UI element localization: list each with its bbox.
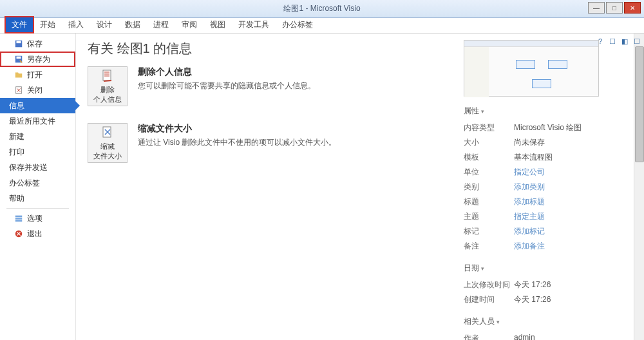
sidebar-label: 退出 xyxy=(27,229,43,240)
document-shred-icon xyxy=(100,69,115,84)
tab-file[interactable]: 文件 xyxy=(5,17,33,33)
open-icon xyxy=(14,70,23,79)
people-header: 相关人员 xyxy=(464,316,631,327)
prop-title: 标题添加标题 xyxy=(464,194,631,209)
sidebar-label: 信息 xyxy=(9,100,24,111)
close-button[interactable]: ✕ xyxy=(624,2,641,14)
content-area: 有关 绘图1 的信息 删除 个人信息 删除个人信息 您可以删除可能不需要共享的隐… xyxy=(76,33,644,340)
ribbon-tabs: 文件 开始 插入 设计 数据 进程 审阅 视图 开发工具 办公标签 ? ☐ ◧ … xyxy=(0,18,644,33)
save-as-icon xyxy=(14,55,23,64)
reduce-file-size-button[interactable]: 缩减 文件大小 xyxy=(88,123,128,163)
sidebar-label: 办公标签 xyxy=(9,178,40,189)
sidebar-item-save-send[interactable]: 保存并发送 xyxy=(0,160,75,175)
tab-data[interactable]: 数据 xyxy=(118,17,147,33)
sidebar-item-help[interactable]: 帮助 xyxy=(0,191,75,206)
svg-rect-3 xyxy=(17,57,21,59)
sidebar-item-info[interactable]: 信息 xyxy=(0,98,75,113)
svg-rect-6 xyxy=(15,218,23,220)
action-desc: 您可以删除可能不需要共享的隐藏信息或个人信息。 xyxy=(138,80,316,91)
sidebar-item-open[interactable]: 打开 xyxy=(0,67,75,82)
svg-rect-1 xyxy=(17,41,21,44)
button-line2: 个人信息 xyxy=(93,95,122,104)
prop-theme: 主题指定主题 xyxy=(464,209,631,224)
sidebar-label: 选项 xyxy=(27,213,43,224)
prop-note: 备注添加备注 xyxy=(464,239,631,254)
sidebar-label: 打印 xyxy=(9,147,24,158)
tab-design[interactable]: 设计 xyxy=(90,17,118,33)
prop-unit: 单位指定公司 xyxy=(464,165,631,180)
action-title: 缩减文件大小 xyxy=(138,123,336,135)
sidebar-label: 新建 xyxy=(9,131,24,142)
svg-rect-7 xyxy=(15,220,23,222)
sidebar-label: 打开 xyxy=(27,70,43,80)
prop-created: 创建时间今天 17:26 xyxy=(464,292,631,307)
sidebar-item-recent[interactable]: 最近所用文件 xyxy=(0,113,75,129)
sidebar-separator xyxy=(6,208,69,209)
action-remove-personal-info: 删除 个人信息 删除个人信息 您可以删除可能不需要共享的隐藏信息或个人信息。 xyxy=(88,66,444,106)
maximize-button[interactable]: □ xyxy=(606,2,623,14)
exit-icon xyxy=(14,229,23,238)
tab-view[interactable]: 视图 xyxy=(204,17,232,33)
backstage-sidebar: 保存 另存为 打开 关闭 信息 最近所用文件 新建 打印 保存并发送 xyxy=(0,33,76,340)
sidebar-label: 最近所用文件 xyxy=(9,116,55,127)
sidebar-item-print[interactable]: 打印 xyxy=(0,144,75,160)
properties-header[interactable]: 属性 xyxy=(464,106,631,117)
document-thumbnail[interactable] xyxy=(464,40,599,97)
button-line2: 文件大小 xyxy=(93,152,122,160)
help-icon[interactable]: ? xyxy=(595,36,605,46)
button-line1: 删除 xyxy=(100,86,115,94)
sidebar-label: 另存为 xyxy=(27,54,50,65)
tab-review[interactable]: 审阅 xyxy=(175,17,204,33)
tab-home[interactable]: 开始 xyxy=(33,17,62,33)
scroll-thumb[interactable] xyxy=(635,46,644,162)
sidebar-item-office-tab[interactable]: 办公标签 xyxy=(0,175,75,191)
options-icon xyxy=(14,214,23,223)
prop-content-type: 内容类型Microsoft Visio 绘图 xyxy=(464,120,631,135)
remove-personal-info-button[interactable]: 删除 个人信息 xyxy=(88,66,128,106)
help-buttons: ? ☐ ◧ ☐ xyxy=(595,36,642,46)
tab-developer[interactable]: 开发工具 xyxy=(232,17,276,33)
sidebar-item-exit[interactable]: 退出 xyxy=(0,226,75,241)
action-title: 删除个人信息 xyxy=(138,66,316,78)
action-reduce-file-size: 缩减 文件大小 缩减文件大小 通过让 Visio 删除此文件中不使用的项可以减小… xyxy=(88,123,444,163)
prop-size: 大小尚未保存 xyxy=(464,135,631,150)
button-line1: 缩减 xyxy=(100,142,115,151)
prop-category: 类别添加类别 xyxy=(464,180,631,194)
sidebar-item-close[interactable]: 关闭 xyxy=(0,82,75,98)
prop-template: 模板基本流程图 xyxy=(464,150,631,165)
vertical-scrollbar[interactable] xyxy=(634,33,644,340)
page-title: 有关 绘图1 的信息 xyxy=(88,40,444,57)
dates-header: 日期 xyxy=(464,263,631,274)
ribbon-close-icon[interactable]: ☐ xyxy=(632,36,642,46)
ribbon-restore-icon[interactable]: ◧ xyxy=(620,36,630,46)
tab-insert[interactable]: 插入 xyxy=(62,17,90,33)
tab-process[interactable]: 进程 xyxy=(147,17,175,33)
tab-office[interactable]: 办公标签 xyxy=(276,17,319,33)
minimize-button[interactable]: — xyxy=(588,2,605,14)
compress-icon xyxy=(100,126,115,141)
prop-author: 作者admin xyxy=(464,331,631,340)
sidebar-label: 帮助 xyxy=(9,193,24,204)
svg-rect-9 xyxy=(103,70,111,80)
save-icon xyxy=(14,39,23,48)
sidebar-item-new[interactable]: 新建 xyxy=(0,129,75,144)
ribbon-minimize-icon[interactable]: ☐ xyxy=(607,36,618,46)
window-buttons: — □ ✕ xyxy=(588,2,641,14)
prop-tag: 标记添加标记 xyxy=(464,224,631,239)
prop-modified: 上次修改时间今天 17:26 xyxy=(464,278,631,292)
sidebar-label: 保存 xyxy=(27,39,43,50)
window-title: 绘图1 - Microsoft Visio xyxy=(283,3,360,14)
sidebar-label: 关闭 xyxy=(27,85,43,96)
action-desc: 通过让 Visio 删除此文件中不使用的项可以减小文件大小。 xyxy=(138,137,336,148)
close-file-icon xyxy=(14,86,23,95)
sidebar-item-options[interactable]: 选项 xyxy=(0,211,75,226)
sidebar-item-save-as[interactable]: 另存为 xyxy=(0,52,75,67)
sidebar-item-save[interactable]: 保存 xyxy=(0,36,75,52)
sidebar-label: 保存并发送 xyxy=(9,162,48,173)
svg-rect-5 xyxy=(15,216,23,218)
titlebar: 绘图1 - Microsoft Visio — □ ✕ xyxy=(0,0,644,18)
